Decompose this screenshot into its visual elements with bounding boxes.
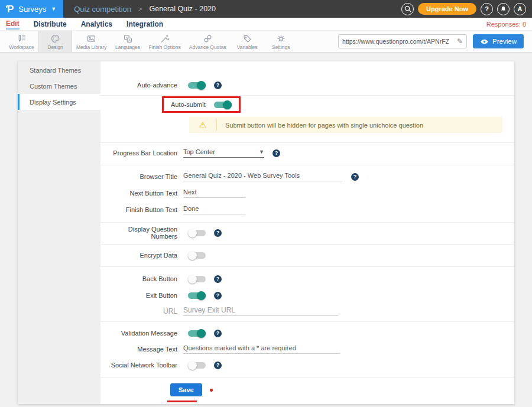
auto-advance-toggle[interactable] bbox=[188, 80, 206, 90]
progress-bar-location-select[interactable]: Top Center ▼ bbox=[183, 148, 264, 158]
encrypt-data-toggle[interactable] bbox=[188, 250, 206, 260]
social-network-toolbar-label: Social Network Toolbar bbox=[100, 362, 183, 369]
sidebar-item-custom-themes[interactable]: Custom Themes bbox=[18, 78, 100, 94]
exit-button-toggle[interactable] bbox=[188, 291, 206, 300]
breadcrumb-folder[interactable]: Quiz competition bbox=[74, 5, 131, 14]
search-button[interactable] bbox=[401, 3, 414, 15]
encrypt-data-label: Encrypt Data bbox=[100, 252, 183, 259]
languages-icon: a A bbox=[123, 34, 133, 44]
display-question-numbers-toggle[interactable] bbox=[188, 228, 206, 237]
survey-url-box: ✎ bbox=[338, 34, 467, 48]
design-sidebar: Standard Themes Custom Themes Display Se… bbox=[18, 61, 100, 404]
tool-settings[interactable]: Settings bbox=[264, 31, 298, 52]
search-icon bbox=[404, 5, 412, 13]
sidebar-item-standard-themes[interactable]: Standard Themes bbox=[18, 62, 100, 78]
save-button[interactable]: Save bbox=[170, 383, 202, 396]
chevron-down-icon: ▼ bbox=[51, 6, 56, 12]
responses-count[interactable]: Responses: 0 bbox=[486, 21, 526, 28]
tool-media-library[interactable]: Media Library bbox=[72, 31, 111, 52]
tool-workspace[interactable]: Workspace bbox=[5, 31, 38, 52]
back-button-toggle[interactable] bbox=[188, 274, 206, 284]
bell-icon bbox=[499, 5, 507, 13]
edit-url-icon[interactable]: ✎ bbox=[457, 37, 463, 45]
finish-button-text-input[interactable] bbox=[183, 205, 245, 214]
exit-url-input[interactable] bbox=[183, 307, 338, 316]
tag-icon bbox=[242, 34, 252, 44]
validation-message-help-icon[interactable]: ? bbox=[214, 330, 222, 337]
survey-url-input[interactable] bbox=[342, 38, 457, 45]
tool-design[interactable]: Design bbox=[38, 31, 72, 52]
exit-url-row: URL bbox=[100, 304, 514, 319]
tool-variables[interactable]: Variables bbox=[231, 31, 264, 52]
avatar[interactable]: A bbox=[514, 3, 526, 15]
encrypt-data-row: Encrypt Data bbox=[100, 247, 514, 263]
upgrade-now-button[interactable]: Upgrade Now bbox=[418, 3, 476, 15]
auto-submit-label: Auto-submit bbox=[171, 101, 206, 108]
notifications-button[interactable] bbox=[497, 3, 510, 15]
auto-advance-help-icon[interactable]: ? bbox=[214, 82, 222, 89]
browser-title-row: Browser Title ? bbox=[100, 169, 514, 184]
finish-button-text-row: Finish Button Text bbox=[100, 202, 514, 217]
topbar-actions: Upgrade Now ? A bbox=[401, 3, 532, 15]
breadcrumb: Quiz competition > General Quiz - 2020 bbox=[74, 5, 401, 14]
display-question-numbers-row: Display Question Numbers ? bbox=[100, 224, 514, 241]
workspace-icon bbox=[17, 34, 27, 44]
tab-integration[interactable]: Integration bbox=[126, 19, 163, 29]
tab-edit[interactable]: Edit bbox=[6, 19, 20, 30]
magic-wand-icon bbox=[160, 34, 170, 44]
divider bbox=[100, 266, 514, 267]
save-row: Save bbox=[100, 383, 514, 396]
message-text-input[interactable] bbox=[183, 344, 340, 354]
breadcrumb-separator: > bbox=[138, 5, 142, 12]
edit-toolbar: Workspace Design Media Library a A Langu… bbox=[0, 30, 532, 53]
back-button-help-icon[interactable]: ? bbox=[214, 275, 222, 283]
tool-languages[interactable]: a A Languages bbox=[111, 31, 145, 52]
display-question-numbers-help-icon[interactable]: ? bbox=[214, 229, 222, 237]
browser-title-help-icon[interactable]: ? bbox=[351, 173, 359, 181]
tab-analytics[interactable]: Analytics bbox=[81, 19, 112, 29]
divider bbox=[100, 165, 514, 165]
exit-button-help-icon[interactable]: ? bbox=[214, 292, 222, 299]
exit-button-label: Exit Button bbox=[100, 292, 183, 299]
preview-button-label: Preview bbox=[492, 38, 517, 45]
display-settings-panel: Auto-advance ? Auto-submit ⚠ Submit butt… bbox=[100, 61, 514, 404]
validation-message-row: Validation Message ? bbox=[100, 325, 514, 341]
auto-submit-toggle[interactable] bbox=[214, 100, 232, 109]
tool-advance-quotas[interactable]: Advance Quotas bbox=[185, 31, 231, 52]
divider bbox=[100, 377, 514, 378]
help-button[interactable]: ? bbox=[481, 3, 493, 15]
divider bbox=[100, 142, 514, 143]
social-network-toolbar-help-icon[interactable]: ? bbox=[214, 362, 222, 369]
browser-title-label: Browser Title bbox=[100, 173, 183, 180]
warning-triangle-icon: ⚠ bbox=[199, 120, 206, 131]
next-button-text-input[interactable] bbox=[183, 188, 245, 198]
divider bbox=[100, 244, 514, 245]
warning-banner: ⚠ Submit button will be hidden for pages… bbox=[189, 117, 502, 133]
tool-finish-options[interactable]: Finish Options bbox=[145, 31, 185, 52]
progress-bar-location-label: Progress Bar Location bbox=[100, 149, 183, 157]
progress-bar-location-help-icon[interactable]: ? bbox=[273, 149, 280, 157]
breadcrumb-survey-title: General Quiz - 2020 bbox=[149, 5, 216, 13]
annotation-dot bbox=[210, 389, 213, 392]
surveys-menu[interactable]: Ƥ Surveys ▼ bbox=[0, 0, 63, 18]
validation-message-toggle[interactable] bbox=[188, 328, 206, 338]
browser-title-input[interactable] bbox=[183, 172, 343, 181]
warning-text: Submit button will be hidden for pages w… bbox=[217, 122, 423, 129]
validation-message-label: Validation Message bbox=[100, 330, 183, 337]
surveys-menu-label: Surveys bbox=[18, 5, 46, 14]
finish-button-text-label: Finish Button Text bbox=[100, 206, 183, 213]
auto-advance-label: Auto-advance bbox=[100, 82, 183, 89]
progress-bar-location-value: Top Center bbox=[183, 148, 259, 155]
display-question-numbers-label: Display Question Numbers bbox=[100, 226, 183, 240]
svg-text:a: a bbox=[125, 35, 127, 39]
preview-button[interactable]: Preview bbox=[473, 34, 524, 48]
design-palette-icon bbox=[50, 34, 60, 44]
back-button-label: Back Button bbox=[100, 275, 183, 282]
social-network-toolbar-toggle[interactable] bbox=[188, 360, 206, 370]
auto-submit-row: Auto-submit bbox=[100, 96, 514, 113]
sidebar-item-display-settings[interactable]: Display Settings bbox=[18, 94, 100, 110]
tab-distribute[interactable]: Distribute bbox=[34, 19, 67, 29]
next-button-text-row: Next Button Text bbox=[100, 185, 514, 201]
divider bbox=[100, 321, 514, 322]
chevron-down-icon: ▼ bbox=[259, 149, 264, 155]
